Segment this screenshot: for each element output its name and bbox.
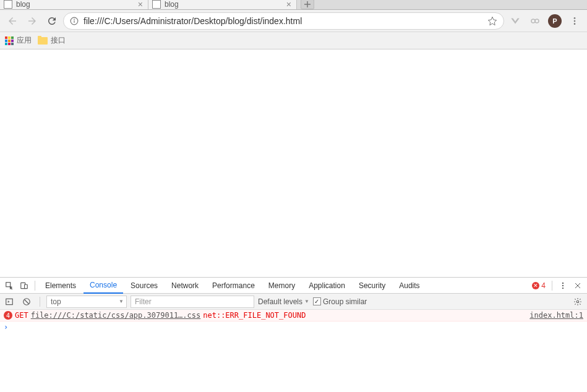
console-sidebar-toggle-icon[interactable] [2,295,16,309]
browser-tab[interactable]: blog × [0,0,148,9]
clear-console-icon[interactable] [20,295,33,309]
console-settings-icon[interactable] [571,295,585,309]
new-tab-button[interactable] [301,0,314,9]
console-toolbar: top Filter Default levels ▼ Group simila… [0,294,587,310]
star-icon[interactable] [487,16,497,26]
extension-vpn-icon[interactable] [507,12,524,30]
browser-tab-strip: blog × blog × [0,0,587,10]
svg-point-1 [74,19,75,20]
error-code: net::ERR_FILE_NOT_FOUND [203,311,306,320]
tab-sources[interactable]: Sources [124,278,164,294]
url-text: file:///C:/Users/Administrator/Desktop/b… [84,16,482,26]
error-dot-icon: ✕ [532,282,539,289]
apps-grid-icon [5,36,14,45]
svg-point-3 [531,19,535,23]
tab-favicon-icon [152,0,161,9]
svg-point-11 [562,282,563,283]
group-similar-checkbox[interactable]: Group similar [313,297,367,306]
console-error-row[interactable]: 4 GET file:///C:/static/css/app.3079011…… [0,310,587,322]
device-toolbar-icon[interactable] [17,279,31,292]
tab-close-icon[interactable]: × [286,0,291,9]
devtools-close-icon[interactable] [571,279,585,292]
console-prompt[interactable]: › [0,322,587,333]
bookmark-label: 接口 [51,35,66,46]
checkbox-icon [313,297,321,305]
inspect-element-icon[interactable] [2,279,16,292]
bookmark-folder[interactable]: 接口 [38,35,66,46]
forward-button[interactable] [24,12,41,30]
devtools-panel: Elements Console Sources Network Perform… [0,277,587,392]
tab-elements[interactable]: Elements [39,278,82,294]
svg-rect-2 [74,20,74,22]
log-levels-select[interactable]: Default levels ▼ [258,297,309,306]
tab-title: blog [165,0,283,9]
bookmarks-bar: 应用 接口 [0,32,587,49]
browser-toolbar: file:///C:/Users/Administrator/Desktop/b… [0,10,587,32]
tab-close-icon[interactable]: × [138,0,143,9]
console-output: 4 GET file:///C:/static/css/app.3079011…… [0,310,587,392]
tab-memory[interactable]: Memory [262,278,301,294]
error-url[interactable]: file:///C:/static/css/app.3079011….css [31,311,201,320]
tab-console[interactable]: Console [84,278,123,294]
apps-label: 应用 [17,35,32,46]
tab-performance[interactable]: Performance [206,278,261,294]
context-value: top [51,297,61,306]
svg-point-16 [576,300,579,303]
tab-network[interactable]: Network [165,278,205,294]
svg-rect-10 [25,284,28,288]
site-info-icon[interactable] [70,17,79,25]
extension-link-icon[interactable] [526,12,544,30]
tab-title: blog [16,0,134,9]
svg-point-5 [574,17,576,19]
error-badge-icon: 4 [4,311,12,320]
devtools-tab-bar: Elements Console Sources Network Perform… [0,278,587,294]
log-levels-label: Default levels [258,297,302,306]
devtools-menu-icon[interactable] [556,279,570,292]
prompt-caret-icon: › [4,323,8,331]
svg-point-7 [574,23,576,25]
avatar: P [548,14,562,28]
svg-point-4 [535,19,539,23]
error-count: 4 [541,281,546,290]
profile-button[interactable]: P [546,12,563,30]
filter-input[interactable]: Filter [131,296,254,308]
back-button[interactable] [4,12,21,30]
svg-point-13 [562,287,563,288]
error-method: GET [15,311,28,320]
tab-favicon-icon [4,0,12,9]
tab-security[interactable]: Security [353,278,392,294]
svg-point-6 [574,20,576,22]
menu-button[interactable] [566,12,583,30]
context-select[interactable]: top [46,296,127,308]
page-viewport [0,49,587,277]
tab-audits[interactable]: Audits [393,278,426,294]
browser-tab[interactable]: blog × [148,0,297,9]
error-source-link[interactable]: index.html:1 [529,311,583,320]
filter-placeholder: Filter [135,297,152,306]
tab-application[interactable]: Application [302,278,351,294]
group-similar-label: Group similar [323,297,367,306]
reload-button[interactable] [43,12,61,30]
apps-button[interactable]: 应用 [5,35,32,46]
error-count-badge[interactable]: ✕ 4 [529,281,548,290]
address-bar[interactable]: file:///C:/Users/Administrator/Desktop/b… [63,12,504,30]
svg-point-12 [562,284,563,286]
folder-icon [38,37,48,45]
